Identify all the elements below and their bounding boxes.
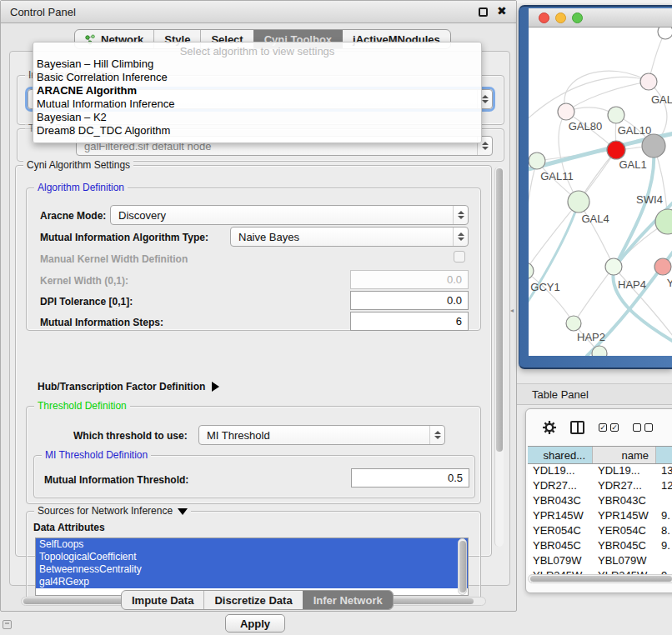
spinner-icon — [429, 426, 444, 444]
table-row[interactable]: YBR043CYBR043C — [528, 494, 672, 509]
manual-kernel-width-label: Manual Kernel Width Definition — [40, 253, 188, 265]
algorithm-dropdown-popup: Select algorithm to view settings Bayesi… — [33, 42, 482, 143]
attributes-vertical-scrollbar[interactable] — [458, 538, 467, 595]
hub-definition-toggle[interactable]: Hub/Transcription Factor Definition — [38, 381, 219, 392]
data-attributes-label: Data Attributes — [33, 522, 105, 533]
table-row[interactable]: YER054CYER054C8. — [528, 524, 672, 539]
data-attribute-item[interactable]: gal4RGexp — [36, 576, 468, 588]
network-node[interactable] — [592, 346, 607, 356]
table-row[interactable]: YDR27...YDR27...12 — [528, 479, 672, 494]
network-node[interactable] — [658, 28, 672, 39]
split-columns-icon[interactable] — [570, 421, 584, 434]
deselect-all-icon[interactable]: ✓✓ — [633, 423, 653, 432]
network-node-y[interactable] — [654, 258, 671, 275]
mi-steps-field[interactable]: 6 — [350, 312, 469, 331]
table-row[interactable]: YPR145WYPR145W9. — [528, 509, 672, 524]
window-minimize-button[interactable] — [555, 12, 566, 23]
cyni-algorithm-settings-group: Cyni Algorithm Settings Algorithm Defini… — [15, 165, 492, 557]
window-zoom-button[interactable] — [572, 12, 583, 23]
apply-button[interactable]: Apply — [225, 614, 285, 632]
which-threshold-combobox[interactable]: MI Threshold — [198, 425, 445, 445]
tab-label: Impute Data — [132, 594, 193, 607]
table-cell: YBL079W — [593, 554, 656, 569]
sources-group-title[interactable]: Sources for Network Inference — [34, 505, 191, 517]
tab-impute-data[interactable]: Impute Data — [122, 591, 203, 609]
mi-threshold-field[interactable]: 0.5 — [351, 468, 469, 488]
network-view-window: GALGAL80GAL10GAL1GAL11GAL4SWI4GCY1HAP4YH… — [519, 5, 672, 369]
network-node-swi4[interactable] — [655, 209, 672, 234]
tab-label: Discretize Data — [214, 594, 292, 607]
table-cell: YDL19... — [593, 464, 656, 479]
float-panel-icon[interactable] — [479, 8, 488, 17]
network-node-hap2[interactable] — [566, 316, 581, 331]
table-row[interactable]: YBL079WYBL079W — [528, 554, 672, 569]
aracne-mode-combobox[interactable]: Discovery — [110, 205, 469, 225]
mi-threshold-group-title: MI Threshold Definition — [42, 449, 151, 461]
table-cell: YER054C — [593, 524, 656, 539]
data-attribute-item[interactable]: BetweennessCentrality — [36, 563, 468, 576]
network-edge — [529, 77, 649, 126]
settings-vertical-scrollbar[interactable] — [494, 167, 504, 547]
threshold-definition-group: Threshold Definition Which threshold to … — [26, 406, 481, 504]
algorithm-option[interactable]: ARACNE Algorithm — [33, 84, 481, 98]
table-toolbar: ✓✓ ✓✓ — [526, 409, 672, 446]
restore-panel-icon[interactable] — [3, 620, 12, 629]
sources-group: Sources for Network Inference Data Attri… — [26, 511, 481, 602]
network-node[interactable] — [642, 134, 665, 158]
close-panel-icon[interactable]: ✖ — [497, 4, 507, 18]
table-cell: YDR27... — [593, 479, 656, 494]
aracne-mode-value: Discovery — [118, 209, 166, 222]
network-node-gal[interactable] — [640, 73, 657, 90]
algorithm-option[interactable]: Mutual Information Inference — [33, 98, 481, 111]
control-panel-title: Control Panel — [1, 6, 76, 18]
tab-label: Infer Network — [313, 594, 383, 607]
table-cell: 9. — [656, 539, 672, 554]
table-panel-window: ✓✓ ✓✓ shared... name YDL19...YDL19...13Y… — [525, 408, 672, 593]
algorithm-option[interactable]: Bayesian – K2 — [33, 111, 481, 124]
column-header-clipped[interactable] — [656, 447, 672, 463]
table-row[interactable]: YDL19...YDL19...13 — [528, 464, 672, 479]
column-header-shared[interactable]: shared... — [528, 447, 593, 463]
algorithm-option[interactable]: Dream8 DC_TDC Algorithm — [33, 124, 481, 138]
mi-threshold-value: 0.5 — [448, 472, 463, 484]
panel-splitter-handle[interactable]: ◂ — [510, 308, 515, 313]
network-node-label: GAL80 — [569, 120, 602, 132]
manual-kernel-width-checkbox[interactable] — [454, 251, 465, 262]
network-node-gal10[interactable] — [608, 107, 624, 123]
network-node-label: HAP2 — [577, 331, 605, 343]
network-node-gal80[interactable] — [558, 103, 574, 120]
table-horizontal-scrollbar[interactable] — [528, 574, 672, 583]
column-header-name[interactable]: name — [593, 447, 656, 463]
network-node-label: GAL4 — [581, 212, 609, 225]
table-row[interactable]: YBR045CYBR045C9. — [528, 539, 672, 554]
gear-icon[interactable] — [543, 421, 556, 434]
dpi-tolerance-field[interactable]: 0.0 — [350, 291, 469, 310]
table-cell — [656, 554, 672, 569]
mi-threshold-group: MI Threshold Definition Mutual Informati… — [33, 455, 475, 498]
aracne-mode-label: Aracne Mode: — [40, 210, 106, 222]
collapsed-arrow-icon — [212, 382, 219, 392]
network-node-gal11[interactable] — [529, 152, 545, 169]
data-attribute-item[interactable]: TopologicalCoefficient — [36, 551, 468, 563]
network-window-titlebar — [529, 8, 672, 28]
data-attribute-item[interactable]: SelfLoops — [36, 538, 468, 551]
algorithm-option[interactable]: Bayesian – Hill Climbing — [33, 58, 481, 71]
network-canvas[interactable]: GALGAL80GAL10GAL1GAL11GAL4SWI4GCY1HAP4YH… — [529, 28, 672, 356]
algorithm-option[interactable]: Basic Correlation Inference — [33, 71, 481, 84]
table-cell: YDR27... — [528, 479, 593, 494]
network-edge-highlighted — [529, 202, 579, 311]
network-node-hap4[interactable] — [605, 258, 622, 275]
network-node-label: GCY1 — [530, 281, 559, 293]
table-cell — [656, 494, 672, 509]
kernel-width-field[interactable]: 0.0 — [350, 270, 469, 289]
tab-discretize-data[interactable]: Discretize Data — [203, 591, 302, 609]
network-node-gal4[interactable] — [568, 191, 589, 212]
window-close-button[interactable] — [539, 12, 549, 23]
mi-algorithm-type-combobox[interactable]: Naive Bayes — [230, 227, 469, 247]
table-cell: YPR145W — [528, 509, 593, 524]
network-node-label: SWI4 — [636, 193, 663, 206]
network-node-label: GAL1 — [619, 158, 646, 171]
select-all-icon[interactable]: ✓✓ — [599, 423, 619, 432]
network-node-gal1[interactable] — [607, 141, 625, 159]
tab-infer-network[interactable]: Infer Network — [303, 591, 393, 609]
